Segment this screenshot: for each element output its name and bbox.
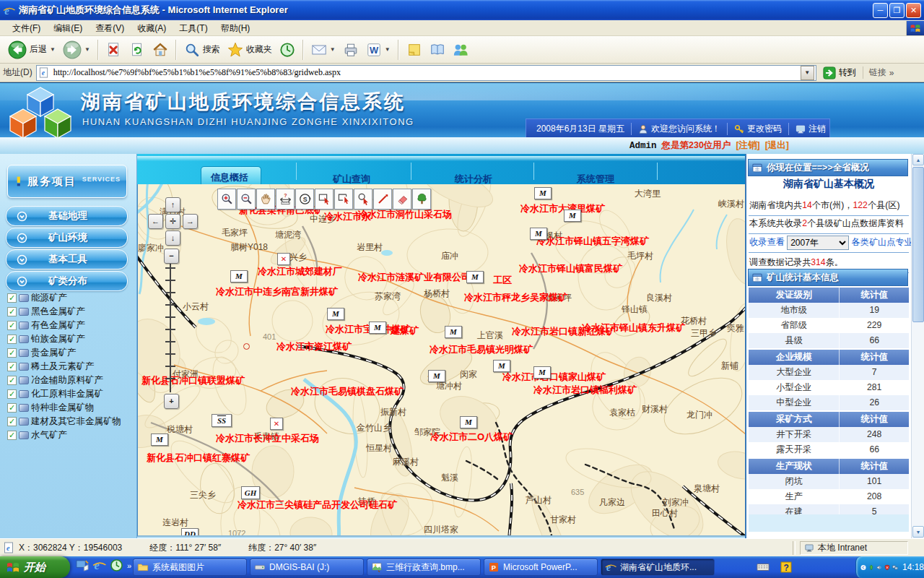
layer-checkbox[interactable]: ✓ bbox=[7, 362, 17, 371]
layer-checkbox[interactable]: ✓ bbox=[7, 335, 17, 344]
map-tool-clip-rect[interactable] bbox=[334, 189, 353, 210]
map-tool-draw-line[interactable] bbox=[373, 189, 392, 210]
mine-marker[interactable]: M bbox=[428, 370, 445, 382]
logout-link[interactable]: 注销 bbox=[796, 123, 826, 135]
map-tool-select-rect[interactable] bbox=[315, 189, 334, 210]
scroll-up-button[interactable]: ▲ bbox=[912, 154, 924, 165]
tab-信息概括[interactable]: 信息概括 bbox=[211, 171, 248, 184]
map-marker-ghbox[interactable]: GH bbox=[241, 486, 260, 499]
forward-button[interactable]: ▼ bbox=[59, 38, 94, 61]
layer-checkbox[interactable]: ✓ bbox=[7, 376, 17, 385]
favorites-button[interactable]: 收藏夹 bbox=[224, 40, 276, 60]
layer-row[interactable]: ✓化工原料非金属矿 bbox=[7, 387, 134, 401]
map-tool-full-extent[interactable] bbox=[412, 189, 431, 210]
mail-button[interactable]: ▼ bbox=[308, 40, 339, 60]
go-button[interactable]: 转到 bbox=[820, 66, 859, 80]
mine-marker[interactable]: M bbox=[230, 270, 248, 282]
green-pin-icon[interactable] bbox=[868, 563, 874, 572]
address-field[interactable]: e ▼ bbox=[36, 65, 816, 81]
red-shield-icon[interactable] bbox=[884, 563, 890, 572]
map-tool-measure[interactable]: ? bbox=[276, 189, 295, 210]
layer-checkbox[interactable]: ✓ bbox=[7, 321, 17, 330]
layer-checkbox[interactable]: ✓ bbox=[7, 389, 17, 399]
mine-marker[interactable]: M bbox=[533, 366, 551, 379]
history-icon[interactable] bbox=[110, 558, 123, 572]
map-area[interactable]: ?S 满竹村毛家坪塘泥湾腊树Y018中连乡同兴乡廖家冲岩里村庙冲苏家湾杨桥村小云… bbox=[137, 184, 745, 537]
word-edit-button[interactable]: W▼ bbox=[362, 40, 394, 60]
close-button[interactable]: ✕ bbox=[906, 3, 921, 18]
taskbar-task[interactable]: 系统截图图片 bbox=[133, 558, 247, 576]
help-icon[interactable]: ? bbox=[780, 561, 793, 573]
layer-checkbox[interactable]: ✓ bbox=[7, 403, 17, 413]
layer-checkbox[interactable]: ✓ bbox=[7, 417, 17, 426]
show-desktop-icon[interactable] bbox=[75, 558, 89, 572]
mine-marker[interactable]: M bbox=[466, 271, 484, 283]
sidebar-group-3[interactable]: 基本工具 bbox=[6, 249, 128, 269]
map-tool-zoom-out[interactable] bbox=[237, 189, 256, 210]
print-button[interactable] bbox=[339, 40, 362, 60]
history-button[interactable] bbox=[276, 40, 299, 60]
map-marker-redring[interactable] bbox=[243, 343, 250, 350]
layer-row[interactable]: ✓有色金属矿产 bbox=[7, 319, 134, 332]
map-marker-ddbox[interactable]: DD bbox=[181, 528, 199, 537]
taskbar-task[interactable]: e湖南省矿山地质环... bbox=[601, 558, 715, 576]
pan-left-button[interactable]: ← bbox=[148, 214, 163, 229]
stop-button[interactable] bbox=[103, 40, 126, 60]
start-button[interactable]: 开始 bbox=[0, 556, 70, 578]
layer-row[interactable]: ✓稀土及元素矿产 bbox=[7, 360, 134, 374]
quick-launch-more[interactable]: » bbox=[127, 561, 131, 570]
map-marker-xbox[interactable]: ✕ bbox=[277, 253, 290, 265]
maximize-button[interactable]: ❐ bbox=[889, 3, 905, 18]
minimize-button[interactable]: ─ bbox=[873, 3, 888, 18]
layer-checkbox[interactable]: ✓ bbox=[7, 431, 17, 440]
change-password-link[interactable]: 更改密码 bbox=[734, 123, 782, 135]
lan-icon[interactable] bbox=[892, 563, 898, 572]
year-select[interactable]: 2007年 bbox=[787, 236, 849, 250]
speaker-icon[interactable] bbox=[876, 563, 882, 572]
taskbar-task[interactable]: DMGIS-BAI (J:) bbox=[250, 558, 364, 576]
exit-bracket-link[interactable]: [退出] bbox=[765, 139, 789, 152]
mine-marker[interactable]: M bbox=[445, 326, 462, 338]
mine-marker[interactable]: M bbox=[460, 416, 477, 428]
mine-marker[interactable]: M bbox=[564, 210, 581, 222]
sidebar-group-1[interactable]: 基础地理 bbox=[6, 206, 128, 226]
sidebar-group-2[interactable]: 矿山环境 bbox=[6, 228, 128, 248]
note-button[interactable] bbox=[403, 40, 426, 60]
chevron-left-icon[interactable] bbox=[860, 563, 866, 572]
tab-系统管理[interactable]: 系统管理 bbox=[577, 173, 614, 185]
refresh-button[interactable] bbox=[126, 40, 149, 60]
links-menu[interactable]: 链接» bbox=[863, 66, 894, 79]
layer-row[interactable]: ✓贵金属矿产 bbox=[7, 346, 134, 360]
logout-bracket-link[interactable]: [注销] bbox=[736, 139, 759, 152]
layer-row[interactable]: ✓水气矿产 bbox=[7, 428, 134, 442]
menu-item[interactable]: 文件(F) bbox=[6, 22, 47, 35]
zoom-plus-button[interactable]: + bbox=[164, 394, 179, 409]
back-button[interactable]: 后退▼ bbox=[4, 38, 59, 61]
layer-checkbox[interactable]: ✓ bbox=[7, 293, 17, 303]
map-tool-select-circle[interactable] bbox=[354, 189, 372, 210]
map-tool-eraser[interactable] bbox=[393, 189, 411, 210]
menu-item[interactable]: 查看(V) bbox=[89, 22, 131, 35]
mine-marker[interactable]: M bbox=[534, 187, 552, 199]
mine-marker[interactable]: M bbox=[493, 360, 510, 372]
map-tool-zoom-in[interactable] bbox=[217, 189, 236, 210]
pan-up-button[interactable]: ↑ bbox=[165, 197, 180, 212]
layer-row[interactable]: ✓黑色金属矿产 bbox=[7, 305, 134, 319]
messenger-button[interactable] bbox=[449, 40, 472, 60]
layer-row[interactable]: ✓建材及其它非金属矿物 bbox=[7, 415, 134, 428]
taskbar-task[interactable]: PMicrosoft PowerP... bbox=[484, 558, 598, 576]
menu-item[interactable]: 工具(T) bbox=[173, 22, 214, 35]
menu-item[interactable]: 编辑(E) bbox=[47, 22, 89, 35]
keyboard-icon[interactable] bbox=[757, 561, 770, 573]
mine-marker[interactable]: M bbox=[369, 322, 386, 334]
zoom-slider-track[interactable] bbox=[170, 264, 171, 392]
ie-icon[interactable]: e bbox=[92, 558, 106, 572]
taskbar-task[interactable]: 三维行政查询.bmp... bbox=[367, 558, 481, 576]
address-input[interactable] bbox=[52, 66, 798, 79]
tab-统计分析[interactable]: 统计分析 bbox=[455, 173, 492, 185]
research-button[interactable] bbox=[426, 40, 449, 60]
map-tool-pan[interactable] bbox=[256, 189, 275, 210]
mine-marker[interactable]: M bbox=[327, 308, 344, 320]
layer-row[interactable]: ✓能源矿产 bbox=[7, 291, 134, 305]
scroll-thumb[interactable] bbox=[912, 167, 924, 322]
